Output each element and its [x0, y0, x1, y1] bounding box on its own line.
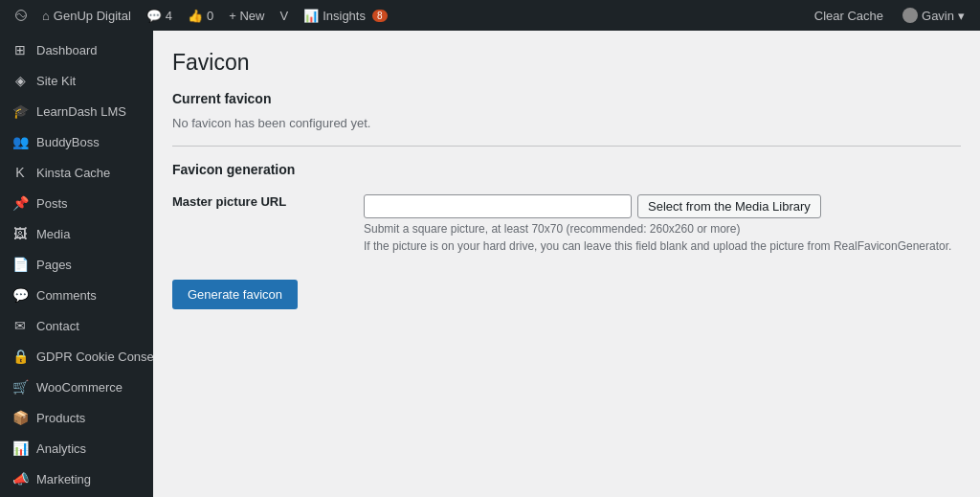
sidebar-item-label: Analytics	[36, 441, 86, 456]
sidebar-item-analytics[interactable]: 📊Analytics	[0, 433, 153, 463]
sidebar-item-products[interactable]: 📦Products	[0, 402, 153, 433]
sidebar-item-label: Comments	[36, 288, 97, 303]
sidebar-item-learndash[interactable]: 🎓LearnDash LMS	[0, 96, 153, 126]
contact-icon: ✉	[11, 317, 29, 334]
sidebar-item-woocommerce[interactable]: 🛒WooCommerce	[0, 372, 153, 402]
buddyboss-icon: 👥	[11, 133, 29, 150]
sidebar-item-kinsta[interactable]: KKinsta Cache	[0, 157, 153, 188]
help-text-1: Submit a square picture, at least 70x70 …	[364, 222, 961, 236]
sidebar-item-label: BuddyBoss	[36, 135, 100, 149]
site-name[interactable]: ⌂ GenUp Digital	[34, 0, 139, 31]
marketing-icon: 📣	[11, 470, 29, 487]
master-picture-url-input[interactable]	[364, 194, 632, 218]
sidebar-item-media[interactable]: 🖼Media	[0, 218, 153, 249]
sidebar-item-label: Kinsta Cache	[36, 166, 110, 180]
generate-favicon-button[interactable]: Generate favicon	[172, 280, 298, 309]
sidebar-item-label: WooCommerce	[36, 380, 122, 395]
site-kit-icon: ◈	[11, 72, 29, 89]
posts-icon: 📌	[11, 194, 29, 212]
comments-link[interactable]: 💬 4	[139, 0, 180, 31]
page-title: Favicon	[172, 50, 961, 76]
sidebar-item-label: Media	[36, 227, 70, 241]
sidebar-item-dashboard[interactable]: ⊞Dashboard	[0, 34, 153, 65]
sidebar-item-marketing[interactable]: 📣Marketing	[0, 463, 153, 494]
sidebar-item-contact[interactable]: ✉Contact	[0, 310, 153, 341]
woocommerce-icon: 🛒	[11, 378, 29, 395]
sidebar-item-posts[interactable]: 📌Posts	[0, 188, 153, 218]
url-row: Select from the Media Library	[364, 194, 961, 218]
current-favicon-section: Current favicon No favicon has been conf…	[172, 91, 961, 130]
wp-logo[interactable]	[8, 0, 34, 31]
sidebar-item-pages[interactable]: 📄Pages	[0, 249, 153, 280]
sidebar-item-label: Products	[36, 411, 85, 425]
main-content: Favicon Current favicon No favicon has b…	[153, 31, 980, 497]
sidebar-item-buddyboss[interactable]: 👥BuddyBoss	[0, 126, 153, 157]
sidebar-item-label: LearnDash LMS	[36, 104, 126, 119]
sidebar-item-site-kit[interactable]: ◈Site Kit	[0, 65, 153, 96]
help-text-2: If the picture is on your hard drive, yo…	[364, 239, 961, 253]
favicon-generation-title: Favicon generation	[172, 162, 961, 177]
favicon-form: Master picture URL Select from the Media…	[172, 187, 961, 260]
admin-sidebar: ⊞Dashboard◈Site Kit🎓LearnDash LMS👥BuddyB…	[0, 31, 153, 497]
insights-badge: 8	[372, 10, 388, 22]
gdpr-icon: 🔒	[11, 348, 29, 365]
dashboard-icon: ⊞	[11, 41, 29, 58]
favicon-generation-section: Favicon generation Master picture URL Se…	[172, 162, 961, 309]
sidebar-item-label: Posts	[36, 196, 68, 211]
clear-cache-button[interactable]: Clear Cache	[807, 0, 891, 31]
select-media-button[interactable]: Select from the Media Library	[637, 194, 821, 218]
sidebar-item-label: Pages	[36, 258, 72, 272]
feedback-link[interactable]: 👍 0	[180, 0, 221, 31]
master-picture-label: Master picture URL	[172, 194, 286, 209]
section-divider	[172, 146, 961, 147]
sidebar-item-comments[interactable]: 💬Comments	[0, 280, 153, 310]
sidebar-item-label: Marketing	[36, 472, 91, 486]
analytics-icon: 📊	[11, 440, 29, 457]
pages-icon: 📄	[11, 256, 29, 273]
insights-button[interactable]: 📊 Insights 8	[296, 0, 394, 31]
learndash-icon: 🎓	[11, 102, 29, 120]
sidebar-item-label: GDPR Cookie Consent	[36, 350, 153, 364]
sidebar-item-gdpr[interactable]: 🔒GDPR Cookie Consent	[0, 341, 153, 372]
sidebar-item-label: Contact	[36, 319, 79, 333]
kinsta-icon: K	[11, 164, 29, 181]
comments-icon: 💬	[11, 286, 29, 304]
sidebar-item-label: Site Kit	[36, 74, 76, 88]
media-icon: 🖼	[11, 225, 29, 242]
current-favicon-title: Current favicon	[172, 91, 961, 106]
vip-button[interactable]: V	[272, 0, 296, 31]
products-icon: 📦	[11, 409, 29, 426]
user-avatar[interactable]: Gavin ▾	[891, 0, 972, 31]
admin-bar: ⌂ GenUp Digital 💬 4 👍 0 + New V 📊 Insigh…	[0, 0, 980, 31]
new-content-button[interactable]: + New	[221, 0, 272, 31]
sidebar-item-label: Dashboard	[36, 43, 98, 57]
no-favicon-message: No favicon has been configured yet.	[172, 116, 961, 130]
